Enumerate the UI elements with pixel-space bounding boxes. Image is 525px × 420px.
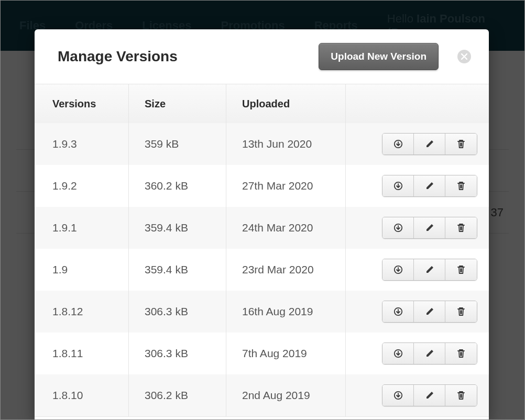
download-icon	[393, 139, 403, 149]
row-actions	[382, 301, 477, 323]
cell-size: 306.3 kB	[129, 333, 226, 374]
download-button[interactable]	[382, 259, 414, 280]
download-button[interactable]	[382, 385, 414, 406]
edit-button[interactable]	[414, 301, 445, 322]
cell-size: 359 kB	[129, 123, 226, 165]
upload-new-version-button[interactable]: Upload New Version	[319, 43, 439, 70]
versions-table: Versions Size Uploaded 1.9.3 359 kB 13th…	[35, 84, 489, 417]
delete-button[interactable]	[445, 134, 477, 154]
cell-actions	[346, 249, 489, 291]
download-icon	[393, 391, 403, 400]
table-row: 1.8.12 306.3 kB 16th Aug 2019	[35, 291, 489, 333]
cell-actions	[346, 291, 489, 333]
edit-button[interactable]	[414, 343, 445, 364]
th-versions: Versions	[35, 84, 129, 123]
delete-button[interactable]	[445, 343, 477, 364]
delete-button[interactable]	[445, 301, 477, 322]
cell-size: 306.3 kB	[129, 291, 226, 333]
delete-button[interactable]	[445, 175, 477, 196]
cell-uploaded: 2nd Aug 2019	[226, 374, 346, 416]
table-row: 1.9.2 360.2 kB 27th Mar 2020	[35, 165, 489, 207]
cell-actions	[346, 333, 489, 374]
table-row: 1.8.10 306.2 kB 2nd Aug 2019	[35, 374, 489, 416]
table-row: 1.9 359.4 kB 23rd Mar 2020	[35, 249, 489, 291]
cell-size: 359.4 kB	[129, 207, 226, 249]
cell-version: 1.9.3	[35, 123, 129, 165]
pencil-icon	[425, 139, 434, 149]
cell-size: 359.4 kB	[129, 249, 226, 291]
delete-button[interactable]	[445, 385, 477, 406]
cell-uploaded: 24th Mar 2020	[226, 207, 346, 249]
download-button[interactable]	[382, 343, 414, 364]
trash-icon	[456, 349, 466, 358]
download-button[interactable]	[382, 175, 414, 196]
trash-icon	[456, 391, 466, 400]
delete-button[interactable]	[445, 259, 477, 280]
th-actions	[346, 84, 489, 123]
modal-title: Manage Versions	[58, 48, 319, 65]
cell-version: 1.9.1	[35, 207, 129, 249]
edit-button[interactable]	[414, 175, 445, 196]
close-modal-button[interactable]	[457, 50, 471, 63]
pencil-icon	[425, 391, 434, 400]
trash-icon	[456, 307, 466, 316]
cell-version: 1.8.10	[35, 374, 129, 416]
edit-button[interactable]	[414, 259, 445, 280]
cell-size: 306.2 kB	[129, 374, 226, 416]
table-row: 1.9.1 359.4 kB 24th Mar 2020	[35, 207, 489, 249]
trash-icon	[456, 181, 466, 191]
download-button[interactable]	[382, 134, 414, 154]
cell-uploaded: 16th Aug 2019	[226, 291, 346, 333]
pencil-icon	[425, 307, 434, 316]
cell-actions	[346, 207, 489, 249]
cell-uploaded: 27th Mar 2020	[226, 165, 346, 207]
pencil-icon	[425, 223, 434, 233]
table-row: 1.9.3 359 kB 13th Jun 2020	[35, 123, 489, 165]
delete-button[interactable]	[445, 217, 477, 238]
cell-version: 1.9.2	[35, 165, 129, 207]
modal-header: Manage Versions Upload New Version	[35, 29, 489, 84]
cell-uploaded: 23rd Mar 2020	[226, 249, 346, 291]
trash-icon	[456, 139, 466, 149]
download-icon	[393, 265, 403, 274]
edit-button[interactable]	[414, 217, 445, 238]
pencil-icon	[425, 181, 434, 191]
table-row: 1.8.11 306.3 kB 7th Aug 2019	[35, 333, 489, 374]
row-actions	[382, 217, 477, 239]
edit-button[interactable]	[414, 385, 445, 406]
row-actions	[382, 259, 477, 281]
trash-icon	[456, 265, 466, 274]
row-actions	[382, 384, 477, 406]
row-actions	[382, 342, 477, 364]
cell-size: 360.2 kB	[129, 165, 226, 207]
cell-actions	[346, 165, 489, 207]
cell-uploaded: 13th Jun 2020	[226, 123, 346, 165]
download-icon	[393, 223, 403, 233]
th-uploaded: Uploaded	[226, 84, 346, 123]
edit-button[interactable]	[414, 134, 445, 154]
th-size: Size	[129, 84, 226, 123]
download-icon	[393, 349, 403, 358]
download-button[interactable]	[382, 217, 414, 238]
pencil-icon	[425, 349, 434, 358]
cell-actions	[346, 123, 489, 165]
download-icon	[393, 307, 403, 316]
table-body: 1.9.3 359 kB 13th Jun 2020 1.9.2 360.2 k…	[35, 123, 489, 416]
row-actions	[382, 175, 477, 197]
cell-uploaded: 7th Aug 2019	[226, 333, 346, 374]
cell-version: 1.8.12	[35, 291, 129, 333]
row-actions	[382, 133, 477, 155]
trash-icon	[456, 223, 466, 233]
close-icon	[461, 53, 467, 60]
cell-actions	[346, 374, 489, 416]
table-header: Versions Size Uploaded	[35, 84, 489, 123]
cell-version: 1.8.11	[35, 333, 129, 374]
download-icon	[393, 181, 403, 191]
pencil-icon	[425, 265, 434, 274]
cell-version: 1.9	[35, 249, 129, 291]
manage-versions-modal: Manage Versions Upload New Version Versi…	[35, 29, 489, 419]
download-button[interactable]	[382, 301, 414, 322]
